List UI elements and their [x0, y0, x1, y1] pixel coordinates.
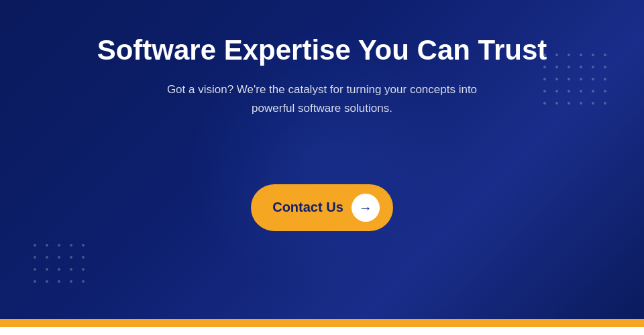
hero-content: Software Expertise You Can Trust Got a v…	[97, 34, 547, 231]
arrow-right-icon: →	[359, 201, 372, 214]
dots-pattern-left	[34, 244, 89, 287]
hero-section: Software Expertise You Can Trust Got a v…	[0, 0, 644, 327]
hero-subtitle: Got a vision? We're the catalyst for tur…	[148, 80, 496, 117]
cta-arrow-circle: →	[352, 194, 380, 222]
cta-button-label: Contact Us	[272, 200, 343, 215]
contact-us-button[interactable]: Contact Us →	[251, 184, 393, 231]
bottom-accent-bar	[0, 319, 644, 327]
hero-title: Software Expertise You Can Trust	[97, 34, 547, 67]
dots-pattern-right	[543, 54, 610, 109]
